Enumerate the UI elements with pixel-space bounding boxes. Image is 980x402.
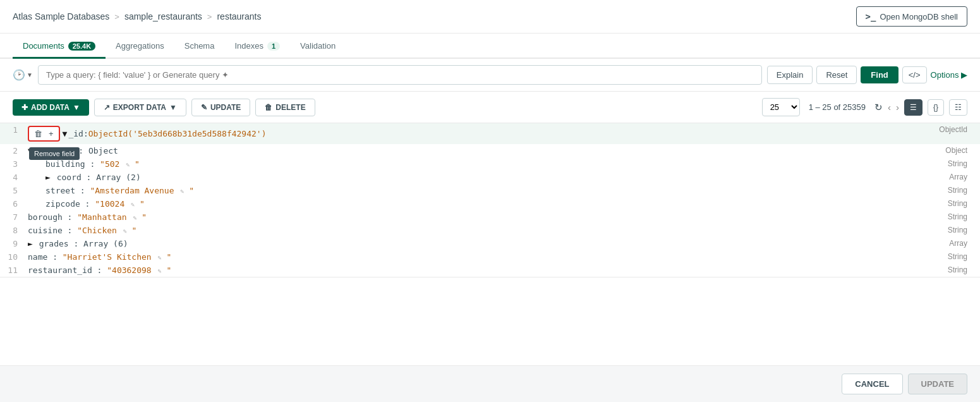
list-icon: ☰ xyxy=(910,103,917,112)
edit-icon-street[interactable]: ✎ xyxy=(180,188,184,195)
toolbar-left: ✚ ADD DATA ▼ ↗ EXPORT DATA ▼ ✎ UPDATE 🗑 … xyxy=(13,99,315,116)
breadcrumb-part1[interactable]: Atlas Sample Databases xyxy=(13,11,109,21)
edit-icon-name[interactable]: ✎ xyxy=(158,254,162,261)
table-row: 4 ► coord : Array (2) Array xyxy=(0,171,980,184)
edit-icon-cuisine[interactable]: ✎ xyxy=(123,228,127,234)
field-key-name: name : xyxy=(28,252,63,262)
tab-aggregations-label: Aggregations xyxy=(116,41,164,51)
doc-cell-7: borough : "Manhattan ✎ " xyxy=(23,210,831,224)
line-number-5: 5 xyxy=(0,184,23,197)
bottom-bar: CANCEL UPDATE xyxy=(0,365,980,402)
export-data-button[interactable]: ↗ EXPORT DATA ▼ xyxy=(94,99,186,116)
document-area: 1 🗑 + Remove field ▼ _id: ObjectId('5eb3… xyxy=(0,123,980,277)
field-val-borough-close: " xyxy=(142,212,147,222)
breadcrumb: Atlas Sample Databases > sample_restaura… xyxy=(13,11,262,21)
find-button[interactable]: Find xyxy=(861,66,898,83)
line-number-11: 11 xyxy=(0,264,23,277)
field-key-id: _id: xyxy=(68,129,88,138)
query-bar: 🕑 ▼ Explain Reset Find </> Options ▶ xyxy=(0,59,980,92)
delete-row-button[interactable]: 🗑 xyxy=(32,128,45,139)
tab-validation[interactable]: Validation xyxy=(290,34,346,59)
tab-documents-badge: 25.4K xyxy=(68,42,95,51)
prev-page-button[interactable]: ‹ xyxy=(888,102,891,113)
reset-button[interactable]: Reset xyxy=(816,66,857,84)
code-view-button[interactable]: </> xyxy=(902,66,927,83)
field-val-restaurant-id: "40362098 xyxy=(107,265,151,275)
tab-aggregations[interactable]: Aggregations xyxy=(106,34,174,59)
cancel-button[interactable]: CANCEL xyxy=(842,374,902,394)
trash-icon: 🗑 xyxy=(265,103,272,112)
line-number-7: 7 xyxy=(0,210,23,224)
line-number-3: 3 xyxy=(0,157,23,171)
edit-icon-borough[interactable]: ✎ xyxy=(133,214,136,221)
page-size-select[interactable]: 25 50 100 xyxy=(762,98,800,116)
tab-indexes-badge: 1 xyxy=(267,42,280,51)
query-history-icon[interactable]: 🕑 ▼ xyxy=(13,69,33,81)
tab-schema[interactable]: Schema xyxy=(174,34,225,59)
field-val-grades: Array (6) xyxy=(83,239,128,248)
export-chevron: ▼ xyxy=(169,103,177,112)
update-bottom-button[interactable]: UPDATE xyxy=(908,374,967,394)
export-data-label: EXPORT DATA xyxy=(113,103,166,112)
refresh-button[interactable]: ↻ xyxy=(874,102,883,113)
explain-button[interactable]: Explain xyxy=(767,66,813,84)
remove-field-tooltip: Remove field xyxy=(29,147,80,160)
edit-icon-restaurant-id[interactable]: ✎ xyxy=(158,267,162,274)
update-button[interactable]: ✎ UPDATE xyxy=(191,99,250,116)
next-page-button[interactable]: › xyxy=(896,102,899,113)
field-key-building: building : xyxy=(45,159,100,169)
field-val-name-close: " xyxy=(166,252,171,262)
breadcrumb-part2[interactable]: sample_restaurants xyxy=(124,11,202,21)
table-row: 8 cuisine : "Chicken ✎ " String xyxy=(0,224,980,237)
tabs-bar: Documents 25.4K Aggregations Schema Inde… xyxy=(0,34,980,59)
list-view-button[interactable]: ☰ xyxy=(904,99,923,116)
field-val-borough: "Manhattan xyxy=(77,212,126,222)
table-row: 10 name : "Harriet'S Kitchen ✎ " String xyxy=(0,250,980,264)
chevron-right-icon: › xyxy=(896,102,899,113)
table-row: 5 street : "Amsterdam Avenue ✎ " String xyxy=(0,184,980,197)
table-row: 11 restaurant_id : "40362098 ✎ " String xyxy=(0,264,980,277)
field-val-restaurant-id-close: " xyxy=(166,265,171,275)
add-data-button[interactable]: ✚ ADD DATA ▼ xyxy=(13,99,89,116)
field-val-zipcode: "10024 xyxy=(95,199,124,209)
expand-caret-1[interactable]: ▼ xyxy=(63,129,68,138)
tab-validation-label: Validation xyxy=(300,41,336,51)
delete-label: DELETE xyxy=(275,103,305,112)
expand-caret-9[interactable]: ► xyxy=(28,239,33,248)
table-view-button[interactable]: ☷ xyxy=(949,99,967,116)
tab-schema-label: Schema xyxy=(185,41,215,51)
line-number-4: 4 xyxy=(0,171,23,184)
options-button[interactable]: Options ▶ xyxy=(931,70,967,80)
edit-icon-zipcode[interactable]: ✎ xyxy=(131,201,135,208)
delete-button[interactable]: 🗑 DELETE xyxy=(255,99,315,116)
edit-icon-building[interactable]: ✎ xyxy=(126,161,130,168)
tab-indexes[interactable]: Indexes 1 xyxy=(224,34,290,59)
open-mongodb-shell-button[interactable]: >_ Open MongoDB shell xyxy=(856,6,967,27)
type-label-11: String xyxy=(831,264,980,277)
type-label-1: ObjectId xyxy=(831,123,980,144)
field-val-building: "502 xyxy=(100,159,124,169)
field-val-id: ObjectId('5eb3d668b31de5d588f42942') xyxy=(88,129,267,138)
add-row-button[interactable]: + xyxy=(46,128,56,139)
type-label-5: String xyxy=(831,184,980,197)
tab-documents[interactable]: Documents 25.4K xyxy=(13,34,106,59)
expand-caret-4[interactable]: ► xyxy=(45,173,51,182)
add-data-chevron: ▼ xyxy=(73,103,80,112)
breadcrumb-sep1: > xyxy=(114,12,119,21)
field-key-coord: coord : xyxy=(57,173,97,182)
doc-cell-11: restaurant_id : "40362098 ✎ " xyxy=(23,264,831,277)
type-label-9: Array xyxy=(831,237,980,250)
table-icon: ☷ xyxy=(955,103,962,112)
open-shell-label: Open MongoDB shell xyxy=(880,12,958,21)
toolbar: ✚ ADD DATA ▼ ↗ EXPORT DATA ▼ ✎ UPDATE 🗑 … xyxy=(0,92,980,123)
shell-icon: >_ xyxy=(866,11,876,21)
doc-cell-1: 🗑 + Remove field ▼ _id: ObjectId('5eb3d6… xyxy=(23,123,831,144)
field-val-street: "Amsterdam Avenue xyxy=(90,186,174,195)
query-input[interactable] xyxy=(38,65,762,85)
line-number-9: 9 xyxy=(0,237,23,250)
plus-circle-icon: ✚ xyxy=(21,103,28,112)
field-val-cuisine-close: " xyxy=(132,226,137,235)
json-view-button[interactable]: {} xyxy=(928,99,944,116)
type-label-7: String xyxy=(831,210,980,224)
table-row: 7 borough : "Manhattan ✎ " String xyxy=(0,210,980,224)
